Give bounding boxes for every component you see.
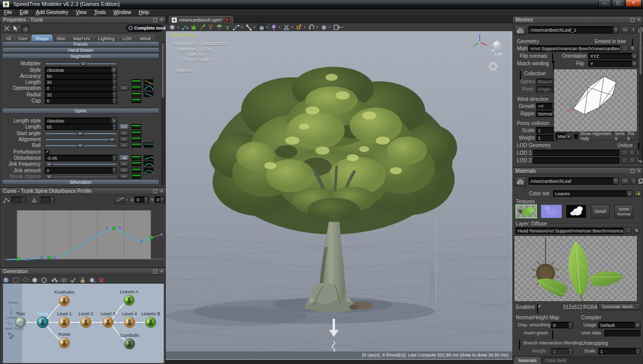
- layer-path-field[interactable]: Head Revision/Art Support/American Beech…: [515, 227, 623, 234]
- right-panel-scrollbar[interactable]: [639, 25, 642, 161]
- parent-curve-chip[interactable]: [131, 130, 142, 136]
- step-size-button[interactable]: 5.0: [119, 124, 129, 130]
- reload-button[interactable]: ↻: [633, 227, 640, 234]
- menu-file[interactable]: File: [4, 10, 12, 15]
- variance-button[interactable]: +/-: [119, 167, 129, 173]
- node-edit-tool-icon[interactable]: [181, 24, 189, 30]
- parent-curve-chip[interactable]: [131, 136, 142, 142]
- drag-hand-icon[interactable]: [514, 25, 526, 35]
- profile-curve-chip[interactable]: [143, 167, 154, 173]
- apply-color-set-icon[interactable]: [634, 190, 642, 197]
- meshes-panel-header[interactable]: Meshes ✕: [513, 17, 642, 24]
- node-roots[interactable]: Roots: [58, 332, 70, 348]
- slider-handle[interactable]: [109, 137, 116, 142]
- preset-caret-icon[interactable]: ▾: [126, 198, 128, 201]
- float-panel-icon[interactable]: [153, 270, 157, 274]
- delete-icon[interactable]: [4, 25, 10, 34]
- select-tool-icon[interactable]: [169, 24, 177, 30]
- mesh-preview[interactable]: [554, 69, 637, 132]
- profile-curve-chip[interactable]: [143, 85, 154, 91]
- roll-slider[interactable]: [45, 142, 117, 149]
- curve-preset-button[interactable]: [115, 196, 126, 203]
- section-spine[interactable]: Spine: [2, 108, 159, 113]
- close-panel-icon[interactable]: ✕: [159, 18, 164, 22]
- snapshot-icon[interactable]: +: [89, 276, 96, 282]
- dropdown-caret-icon[interactable]: [631, 53, 637, 59]
- slider-handle[interactable]: [80, 61, 87, 66]
- slider-handle[interactable]: [77, 131, 84, 136]
- bib-checkbox[interactable]: [519, 340, 520, 350]
- detail-texture-button[interactable]: Detail: [591, 204, 610, 218]
- properties-panel-header[interactable]: Properties - Trunk ✕: [1, 17, 165, 24]
- dropdown-caret-icon[interactable]: [266, 25, 270, 29]
- curve-panel-header[interactable]: Curve - Trunk.Spine:Disturbance.Profile …: [1, 188, 165, 195]
- sphere-brush-icon[interactable]: [32, 276, 39, 282]
- dropdown-caret-icon[interactable]: [631, 60, 637, 67]
- curve-x-field[interactable]: 0: [135, 196, 149, 203]
- reload-button[interactable]: ↻: [629, 45, 636, 52]
- minimize-button[interactable]: —: [598, 0, 611, 7]
- bib-weight-field[interactable]: 2: [551, 348, 573, 354]
- spinner[interactable]: [112, 97, 117, 104]
- parent-curve-chip[interactable]: [131, 91, 142, 97]
- reload-button[interactable]: ↻: [629, 157, 635, 164]
- parent-curve-chip[interactable]: [131, 97, 142, 103]
- document-tab[interactable]: AmericanBeech.spm* ✕: [169, 16, 233, 23]
- reload-button[interactable]: ↻: [629, 150, 635, 156]
- curve-type-dropdown[interactable]: [12, 196, 27, 203]
- close-panel-icon[interactable]: ✕: [159, 269, 164, 274]
- detail-normal-texture-button[interactable]: Detail Normal: [614, 204, 633, 218]
- bones-tool-icon[interactable]: [245, 24, 253, 30]
- dropdown-caret-icon[interactable]: [613, 26, 619, 34]
- visibility-icon[interactable]: [60, 276, 68, 282]
- spinner[interactable]: [112, 124, 117, 130]
- profile-curve-chip[interactable]: [143, 91, 154, 97]
- profile-curve-chip[interactable]: [143, 142, 154, 148]
- tree-tool-icon[interactable]: [216, 24, 224, 30]
- usage-dropdown[interactable]: Default: [598, 322, 640, 328]
- close-panel-icon[interactable]: ✕: [636, 169, 641, 173]
- dropdown-caret-icon[interactable]: [241, 25, 245, 29]
- dropdown-caret-icon[interactable]: [279, 25, 282, 29]
- menu-tools[interactable]: Tools: [94, 10, 105, 15]
- curve-editor-plot[interactable]: [4, 206, 163, 266]
- branch-tool-icon[interactable]: [207, 24, 215, 30]
- camera-mode-label[interactable]: perspective: [171, 32, 196, 38]
- curve-value-field[interactable]: [41, 196, 55, 203]
- main-obj-field[interactable]: n/Art Support/American Beech/AmericanBee…: [528, 45, 620, 52]
- mesh-selector-dropdown[interactable]: AmericanBeechLeaf_1: [528, 26, 619, 34]
- prune-tool-icon[interactable]: [283, 24, 291, 30]
- lasso-select-icon[interactable]: [22, 276, 30, 282]
- dropdown-caret-icon[interactable]: [291, 25, 295, 29]
- spinner[interactable]: [112, 85, 117, 91]
- slider-handle[interactable]: [46, 174, 53, 179]
- float-panel-icon[interactable]: [630, 169, 634, 173]
- material-ball-icon[interactable]: [320, 24, 329, 30]
- check-icon[interactable]: [70, 276, 77, 282]
- cap-field[interactable]: 6: [45, 97, 117, 104]
- generation-panel-header[interactable]: Generation ✕: [1, 268, 165, 275]
- step-size-button[interactable]: .05: [119, 155, 129, 161]
- materials-panel-header[interactable]: Materials ✕: [513, 168, 642, 175]
- parent-curve-chip[interactable]: [131, 79, 142, 85]
- delete-node-icon[interactable]: [98, 276, 106, 282]
- texture-preview[interactable]: [514, 235, 637, 302]
- diffuse-texture-thumb[interactable]: [515, 204, 537, 218]
- dropdown-caret-icon[interactable]: [254, 25, 257, 29]
- profile-curve-chip[interactable]: [143, 79, 154, 85]
- close-panel-icon[interactable]: ✕: [636, 18, 641, 22]
- dropdown-caret-icon[interactable]: [304, 25, 307, 29]
- orientation-dropdown[interactable]: XYZ: [588, 53, 637, 59]
- menu-view[interactable]: View: [76, 10, 87, 15]
- mode-button[interactable]: Complete mode ▾: [126, 25, 163, 32]
- spinner[interactable]: [160, 196, 165, 203]
- perturbance-checkbox[interactable]: [45, 150, 49, 154]
- parent-curve-chip[interactable]: [131, 167, 142, 173]
- spinner[interactable]: [144, 196, 149, 203]
- menu-help[interactable]: Help: [139, 10, 149, 15]
- optimization-field[interactable]: 0: [45, 85, 117, 91]
- node-sphere-icon[interactable]: [3, 276, 11, 282]
- dropdown-caret-icon[interactable]: [634, 322, 640, 328]
- context-help-icon[interactable]: ?: [13, 25, 20, 34]
- unwrap-scale-field[interactable]: 1: [598, 348, 640, 354]
